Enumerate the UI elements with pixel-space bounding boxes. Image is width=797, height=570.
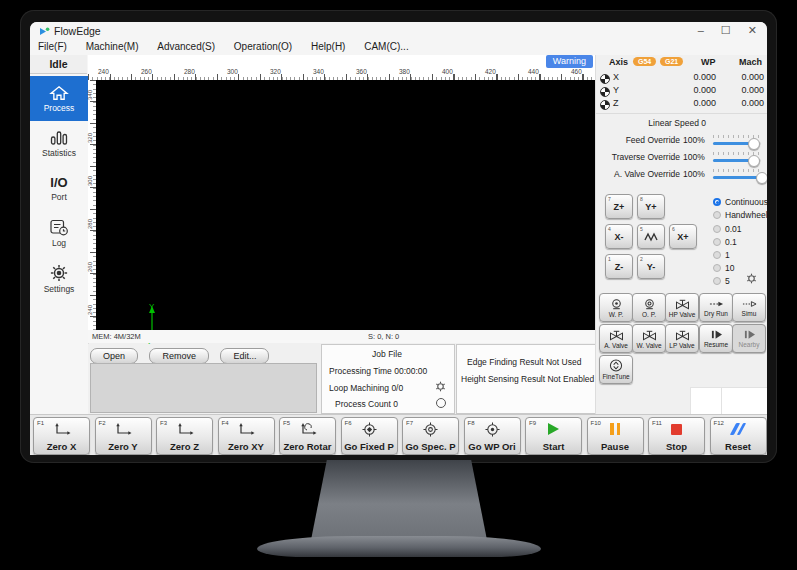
sidebar-item-port[interactable]: I/O Port	[30, 166, 88, 211]
fkey-pause[interactable]: F10 Pause	[587, 417, 644, 455]
ruler-top-number: 380	[399, 68, 410, 75]
sidebar-item-statistics[interactable]: Statistics	[30, 121, 88, 166]
jog-x-plus-button[interactable]: 6X+	[669, 224, 697, 249]
avalve-override-row: A. Valve Override 100%	[596, 169, 767, 183]
menu-advanced[interactable]: Advanced(S)	[149, 40, 223, 53]
start-play-icon	[526, 421, 581, 437]
slider-thumb[interactable]	[748, 155, 760, 167]
slider-thumb[interactable]	[748, 138, 760, 150]
mode-10-radio[interactable]: 10	[713, 262, 734, 274]
fkey-stop[interactable]: F11 Stop	[648, 417, 705, 455]
ruler-top-number: 300	[227, 68, 238, 75]
mode-01-radio[interactable]: 0.1	[713, 236, 737, 248]
workpiece-position-icon	[609, 298, 624, 310]
menu-bar: File(F) Machine(M) Advanced(S) Operation…	[30, 40, 767, 55]
radio-icon	[713, 264, 721, 272]
menu-cam[interactable]: CAM(C)...	[356, 40, 416, 53]
fkey-zero-xy[interactable]: F4 Zero XY	[218, 417, 275, 455]
window-title: FlowEdge	[54, 25, 101, 37]
app-logo-icon	[39, 26, 50, 37]
wp-button[interactable]: W. P.	[599, 293, 633, 322]
fkey-zero-z[interactable]: F3 Zero Z	[156, 417, 213, 455]
minimize-button[interactable]: –	[698, 24, 704, 36]
fkey-zero-x[interactable]: F1 Zero X	[33, 417, 90, 455]
menu-machine[interactable]: Machine(M)	[78, 40, 147, 53]
dry-run-icon	[709, 299, 724, 309]
slider-track	[713, 142, 761, 145]
dry-run-button[interactable]: Dry Run	[699, 293, 733, 322]
override-slider[interactable]	[713, 152, 761, 166]
a-valve-button[interactable]: A. Valve	[599, 324, 633, 353]
fkey-reset[interactable]: F12 Reset	[710, 417, 767, 455]
op-button[interactable]: O. P.	[632, 293, 666, 322]
step-settings-gear-icon[interactable]	[746, 273, 757, 284]
jog-x-minus-button[interactable]: 4X-	[605, 224, 633, 249]
menu-help[interactable]: Help(H)	[303, 40, 353, 53]
sidebar-item-process[interactable]: Process	[30, 76, 88, 121]
finetune-button[interactable]: FineTune	[599, 355, 633, 384]
ruler-top-number: 260	[141, 68, 152, 75]
file-panel: Open Remove Edit...	[88, 344, 319, 414]
menu-operation[interactable]: Operation(O)	[226, 40, 300, 53]
finetune-icon	[609, 359, 623, 372]
datum-icon	[600, 100, 610, 110]
mode-handwheel-radio[interactable]: Handwheel	[713, 209, 767, 221]
g21-badge[interactable]: G21	[660, 57, 683, 66]
open-button[interactable]: Open	[90, 348, 138, 364]
machining-canvas[interactable]: Y X Z	[96, 80, 595, 330]
resume-icon	[710, 329, 723, 340]
ruler-top-number: 420	[485, 68, 496, 75]
simu-button[interactable]: Simu	[732, 293, 766, 322]
fkey-go-spec-point[interactable]: F7 Go Spec. P	[402, 417, 459, 455]
canvas-status-line: MEM: 4M/32M S: 0, N: 0	[88, 330, 595, 343]
remove-button[interactable]: Remove	[149, 348, 209, 364]
fkey-zero-y[interactable]: F2 Zero Y	[95, 417, 152, 455]
ruler-left-number: 240	[87, 305, 93, 315]
mode-continuous-radio[interactable]: Continuous	[713, 196, 767, 208]
process-count-reset-icon[interactable]	[436, 398, 446, 408]
mode-001-radio[interactable]: 0.01	[713, 223, 742, 235]
file-list[interactable]	[90, 363, 317, 413]
rapid-zigzag-icon	[644, 232, 658, 242]
override-slider[interactable]	[713, 169, 761, 183]
jog-rapid-button[interactable]: 5	[637, 224, 665, 249]
machine-status: Idle	[30, 55, 87, 74]
loop-settings-gear-icon[interactable]	[435, 381, 446, 392]
fkey-go-fixed-point[interactable]: F6 Go Fixed P	[341, 417, 398, 455]
monitor-stand-base	[257, 536, 541, 557]
edge-finding-label: Edge Finding Result	[467, 357, 544, 367]
sidebar-item-log[interactable]: Log	[30, 211, 88, 256]
fkey-zero-rotary[interactable]: F5 Zero Rotar	[279, 417, 336, 455]
mode-5-radio[interactable]: 5	[713, 275, 730, 287]
jog-y-minus-button[interactable]: 2Y-	[637, 254, 665, 279]
slider-thumb[interactable]	[756, 172, 767, 184]
jog-y-plus-button[interactable]: 8Y+	[637, 194, 665, 219]
log-icon	[49, 219, 69, 236]
lp-valve-button[interactable]: LP Valve	[665, 324, 699, 353]
fkey-start[interactable]: F9 Start	[525, 417, 582, 455]
ruler-top-number: 280	[184, 68, 195, 75]
sidebar-item-settings[interactable]: Settings	[30, 256, 88, 301]
fkey-go-wp-origin[interactable]: F8 Go WP Ori	[464, 417, 521, 455]
g54-badge[interactable]: G54	[633, 57, 656, 66]
loop-machining-row: Loop Machining 0/0	[329, 383, 403, 393]
edge-finding-value: Not Used	[546, 357, 581, 367]
mode-1-radio[interactable]: 1	[713, 249, 730, 261]
home-icon	[49, 85, 69, 101]
ruler-top-number: 400	[442, 68, 453, 75]
close-button[interactable]: ✕	[748, 24, 757, 37]
w-valve-button[interactable]: W. Valve	[632, 324, 666, 353]
jog-z-plus-button[interactable]: 7Z+	[605, 194, 633, 219]
nearby-button[interactable]: Nearby	[732, 324, 766, 353]
hp-valve-button[interactable]: HP Valve	[665, 293, 699, 322]
edit-button[interactable]: Edit...	[220, 348, 269, 364]
warning-badge[interactable]: Warning	[546, 55, 593, 68]
maximize-button[interactable]: ☐	[721, 24, 731, 37]
axis-row-z: Z 0.000 0.000	[596, 98, 767, 111]
override-slider[interactable]	[713, 135, 761, 149]
datum-icon	[600, 87, 610, 97]
loop-machining-label: Loop Machining	[329, 383, 389, 393]
resume-button[interactable]: Resume	[699, 324, 733, 353]
menu-file[interactable]: File(F)	[30, 40, 75, 53]
jog-z-minus-button[interactable]: 1Z-	[605, 254, 633, 279]
